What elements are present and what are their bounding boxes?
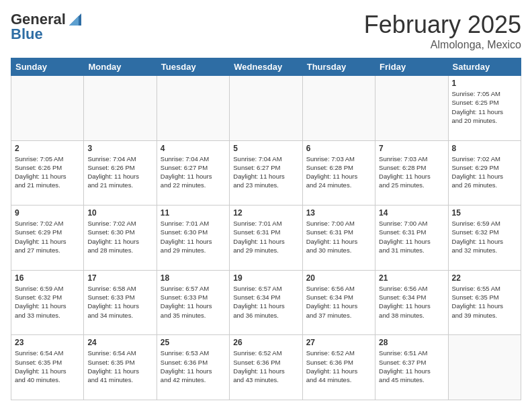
table-row: 25Sunrise: 6:53 AM Sunset: 6:36 PM Dayli…	[157, 335, 229, 400]
day-number: 26	[233, 338, 298, 347]
header-sunday: Sunday	[11, 58, 84, 76]
table-row: 10Sunrise: 7:02 AM Sunset: 6:30 PM Dayli…	[84, 205, 157, 271]
day-number: 11	[161, 208, 226, 218]
table-row: 2Sunrise: 7:05 AM Sunset: 6:26 PM Daylig…	[11, 140, 84, 205]
day-info: Sunrise: 7:01 AM Sunset: 6:30 PM Dayligh…	[161, 219, 226, 255]
calendar-week-row: 1Sunrise: 7:05 AM Sunset: 6:25 PM Daylig…	[11, 76, 521, 141]
day-number: 6	[306, 144, 371, 153]
title-block: February 2025 Almolonga, Mexico	[364, 11, 521, 51]
table-row: 28Sunrise: 6:51 AM Sunset: 6:37 PM Dayli…	[375, 335, 448, 400]
day-info: Sunrise: 6:59 AM Sunset: 6:32 PM Dayligh…	[452, 219, 517, 255]
header-tuesday: Tuesday	[157, 58, 229, 76]
table-row: 27Sunrise: 6:52 AM Sunset: 6:36 PM Dayli…	[302, 335, 375, 400]
table-row: 26Sunrise: 6:52 AM Sunset: 6:36 PM Dayli…	[230, 335, 302, 400]
day-number: 12	[233, 208, 298, 218]
table-row: 16Sunrise: 6:59 AM Sunset: 6:32 PM Dayli…	[11, 270, 84, 335]
day-info: Sunrise: 6:57 AM Sunset: 6:34 PM Dayligh…	[233, 284, 298, 320]
day-number: 4	[161, 144, 226, 153]
day-info: Sunrise: 6:59 AM Sunset: 6:32 PM Dayligh…	[15, 284, 80, 320]
day-info: Sunrise: 7:04 AM Sunset: 6:27 PM Dayligh…	[233, 154, 298, 190]
day-number: 28	[379, 338, 444, 347]
header: General Blue February 2025 Almolonga, Me…	[11, 11, 521, 51]
header-monday: Monday	[84, 58, 157, 76]
day-info: Sunrise: 7:05 AM Sunset: 6:25 PM Dayligh…	[452, 89, 517, 125]
table-row: 21Sunrise: 6:56 AM Sunset: 6:34 PM Dayli…	[375, 270, 448, 335]
table-row: 23Sunrise: 6:54 AM Sunset: 6:35 PM Dayli…	[11, 335, 84, 400]
day-info: Sunrise: 6:53 AM Sunset: 6:36 PM Dayligh…	[161, 349, 226, 384]
day-number: 14	[379, 208, 444, 218]
day-info: Sunrise: 6:55 AM Sunset: 6:35 PM Dayligh…	[452, 284, 517, 320]
header-thursday: Thursday	[302, 58, 375, 76]
day-info: Sunrise: 6:57 AM Sunset: 6:33 PM Dayligh…	[161, 284, 226, 320]
day-number: 18	[161, 273, 226, 283]
day-number: 15	[452, 208, 517, 218]
day-number: 22	[452, 273, 517, 283]
table-row: 4Sunrise: 7:04 AM Sunset: 6:27 PM Daylig…	[157, 140, 229, 205]
header-friday: Friday	[375, 58, 448, 76]
day-info: Sunrise: 6:58 AM Sunset: 6:33 PM Dayligh…	[87, 284, 152, 320]
logo: General Blue	[11, 11, 82, 43]
table-row	[302, 76, 375, 141]
day-number: 17	[87, 273, 152, 283]
table-row: 22Sunrise: 6:55 AM Sunset: 6:35 PM Dayli…	[448, 270, 521, 335]
table-row	[11, 76, 84, 141]
table-row: 15Sunrise: 6:59 AM Sunset: 6:32 PM Dayli…	[448, 205, 521, 271]
day-number: 3	[87, 144, 152, 153]
day-number: 7	[379, 144, 444, 153]
table-row: 6Sunrise: 7:03 AM Sunset: 6:28 PM Daylig…	[302, 140, 375, 205]
table-row: 11Sunrise: 7:01 AM Sunset: 6:30 PM Dayli…	[157, 205, 229, 271]
table-row: 8Sunrise: 7:02 AM Sunset: 6:29 PM Daylig…	[448, 140, 521, 205]
day-info: Sunrise: 7:04 AM Sunset: 6:27 PM Dayligh…	[161, 154, 226, 190]
header-saturday: Saturday	[448, 58, 521, 76]
day-info: Sunrise: 6:56 AM Sunset: 6:34 PM Dayligh…	[379, 284, 444, 320]
day-number: 9	[15, 208, 80, 218]
calendar-week-row: 16Sunrise: 6:59 AM Sunset: 6:32 PM Dayli…	[11, 270, 521, 335]
calendar-week-row: 9Sunrise: 7:02 AM Sunset: 6:29 PM Daylig…	[11, 205, 521, 271]
day-number: 8	[452, 144, 517, 153]
page: General Blue February 2025 Almolonga, Me…	[0, 0, 532, 411]
day-number: 21	[379, 273, 444, 283]
table-row	[448, 335, 521, 400]
day-info: Sunrise: 7:03 AM Sunset: 6:28 PM Dayligh…	[379, 154, 444, 190]
weekday-header-row: Sunday Monday Tuesday Wednesday Thursday…	[11, 58, 521, 76]
logo-icon	[66, 13, 81, 26]
day-number: 1	[452, 79, 517, 88]
table-row: 12Sunrise: 7:01 AM Sunset: 6:31 PM Dayli…	[230, 205, 302, 271]
table-row	[230, 76, 302, 141]
table-row: 3Sunrise: 7:04 AM Sunset: 6:26 PM Daylig…	[84, 140, 157, 205]
day-info: Sunrise: 6:56 AM Sunset: 6:34 PM Dayligh…	[306, 284, 371, 320]
month-title: February 2025	[364, 11, 521, 39]
table-row	[84, 76, 157, 141]
table-row: 9Sunrise: 7:02 AM Sunset: 6:29 PM Daylig…	[11, 205, 84, 271]
day-info: Sunrise: 7:02 AM Sunset: 6:29 PM Dayligh…	[15, 219, 80, 255]
day-number: 13	[306, 208, 371, 218]
table-row: 20Sunrise: 6:56 AM Sunset: 6:34 PM Dayli…	[302, 270, 375, 335]
day-info: Sunrise: 6:54 AM Sunset: 6:35 PM Dayligh…	[87, 349, 152, 384]
table-row: 7Sunrise: 7:03 AM Sunset: 6:28 PM Daylig…	[375, 140, 448, 205]
day-info: Sunrise: 7:02 AM Sunset: 6:30 PM Dayligh…	[87, 219, 152, 255]
day-info: Sunrise: 7:00 AM Sunset: 6:31 PM Dayligh…	[306, 219, 371, 255]
day-info: Sunrise: 7:05 AM Sunset: 6:26 PM Dayligh…	[15, 154, 80, 190]
header-wednesday: Wednesday	[230, 58, 302, 76]
day-number: 19	[233, 273, 298, 283]
day-info: Sunrise: 7:02 AM Sunset: 6:29 PM Dayligh…	[452, 154, 517, 190]
day-number: 25	[161, 338, 226, 347]
day-number: 24	[87, 338, 152, 347]
day-info: Sunrise: 6:52 AM Sunset: 6:36 PM Dayligh…	[233, 349, 298, 384]
day-info: Sunrise: 6:54 AM Sunset: 6:35 PM Dayligh…	[15, 349, 80, 384]
table-row: 18Sunrise: 6:57 AM Sunset: 6:33 PM Dayli…	[157, 270, 229, 335]
table-row: 17Sunrise: 6:58 AM Sunset: 6:33 PM Dayli…	[84, 270, 157, 335]
day-number: 2	[15, 144, 80, 153]
day-number: 23	[15, 338, 80, 347]
day-info: Sunrise: 7:03 AM Sunset: 6:28 PM Dayligh…	[306, 154, 371, 190]
day-number: 5	[233, 144, 298, 153]
day-number: 20	[306, 273, 371, 283]
day-number: 10	[87, 208, 152, 218]
table-row: 14Sunrise: 7:00 AM Sunset: 6:31 PM Dayli…	[375, 205, 448, 271]
table-row	[375, 76, 448, 141]
logo-text: General Blue	[11, 11, 82, 43]
day-info: Sunrise: 7:01 AM Sunset: 6:31 PM Dayligh…	[233, 219, 298, 255]
table-row: 24Sunrise: 6:54 AM Sunset: 6:35 PM Dayli…	[84, 335, 157, 400]
day-info: Sunrise: 7:04 AM Sunset: 6:26 PM Dayligh…	[87, 154, 152, 190]
location: Almolonga, Mexico	[364, 39, 521, 51]
